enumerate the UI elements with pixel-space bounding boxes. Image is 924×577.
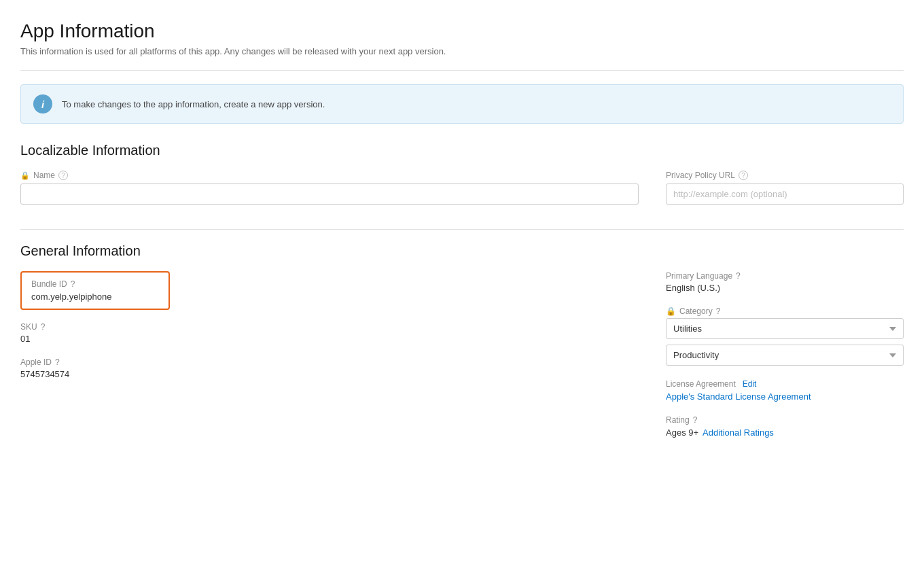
license-agreement-label: License Agreement	[666, 379, 736, 389]
category-label: 🔒 Category ?	[666, 307, 904, 316]
general-fields: Bundle ID ? com.yelp.yelpiphone SKU ? 01	[20, 271, 904, 451]
privacy-policy-input[interactable]	[666, 183, 904, 205]
bundle-id-label: Bundle ID ?	[31, 279, 159, 289]
general-left-col: Bundle ID ? com.yelp.yelpiphone SKU ? 01	[20, 271, 639, 451]
license-label-row: License Agreement Edit	[666, 379, 904, 389]
info-icon: i	[33, 94, 52, 113]
name-field-label: 🔒 Name ?	[20, 171, 639, 180]
general-section-title: General Information	[20, 243, 904, 259]
page-subtitle: This information is used for all platfor…	[20, 46, 904, 56]
general-right-col: Primary Language ? English (U.S.) 🔒 Cate…	[666, 271, 904, 451]
localizable-right-col: Privacy Policy URL ?	[666, 171, 904, 218]
sku-field-group: SKU ? 01	[20, 322, 639, 344]
rating-value-row: Ages 9+ Additional Ratings	[666, 427, 904, 438]
category-secondary-select-wrapper: Productivity	[666, 345, 904, 366]
sku-label: SKU ?	[20, 322, 639, 332]
category-lock-icon: 🔒	[666, 307, 676, 316]
category-help-icon[interactable]: ?	[716, 307, 721, 316]
sku-help-icon[interactable]: ?	[41, 322, 46, 332]
name-lock-icon: 🔒	[20, 171, 30, 180]
localizable-section-title: Localizable Information	[20, 143, 904, 158]
sku-value: 01	[20, 334, 639, 344]
category-secondary-select[interactable]: Productivity	[666, 345, 904, 366]
privacy-policy-field-group: Privacy Policy URL ?	[666, 171, 904, 205]
category-primary-select-wrapper: Utilities	[666, 318, 904, 339]
rating-field-group: Rating ? Ages 9+ Additional Ratings	[666, 415, 904, 438]
primary-language-value: English (U.S.)	[666, 283, 904, 293]
apple-id-help-icon[interactable]: ?	[55, 357, 60, 367]
apple-id-field-group: Apple ID ? 5745734574	[20, 357, 639, 379]
localizable-left-col: 🔒 Name ?	[20, 171, 639, 218]
page-title: App Information	[20, 20, 904, 42]
privacy-policy-help-icon[interactable]: ?	[739, 171, 748, 180]
rating-help-icon[interactable]: ?	[693, 415, 698, 425]
privacy-policy-label: Privacy Policy URL ?	[666, 171, 904, 180]
category-primary-select[interactable]: Utilities	[666, 318, 904, 339]
category-field-group: 🔒 Category ? Utilities Productiv	[666, 307, 904, 366]
rating-label: Rating ?	[666, 415, 904, 425]
name-input[interactable]	[20, 183, 639, 205]
general-section: General Information Bundle ID ? com.yelp…	[20, 243, 904, 451]
info-banner: i To make changes to the app information…	[20, 84, 904, 124]
name-field-group: 🔒 Name ?	[20, 171, 639, 205]
primary-language-label: Primary Language ?	[666, 271, 904, 281]
primary-language-help-icon[interactable]: ?	[736, 271, 741, 281]
additional-ratings-link[interactable]: Additional Ratings	[703, 427, 774, 438]
bundle-id-value: com.yelp.yelpiphone	[31, 292, 159, 302]
license-edit-link[interactable]: Edit	[743, 379, 757, 389]
apple-id-label: Apple ID ?	[20, 357, 639, 367]
license-agreement-link[interactable]: Apple's Standard License Agreement	[666, 391, 811, 402]
name-help-icon[interactable]: ?	[58, 171, 68, 180]
license-agreement-field-group: License Agreement Edit Apple's Standard …	[666, 379, 904, 402]
primary-language-field-group: Primary Language ? English (U.S.)	[666, 271, 904, 293]
localizable-fields: 🔒 Name ? Privacy Policy URL ?	[20, 171, 904, 218]
license-link-wrapper: Apple's Standard License Agreement	[666, 391, 904, 402]
bundle-id-wrapper: Bundle ID ? com.yelp.yelpiphone	[20, 271, 639, 310]
rating-value: Ages 9+	[666, 427, 698, 438]
bundle-id-help-icon[interactable]: ?	[71, 279, 75, 289]
bundle-id-box: Bundle ID ? com.yelp.yelpiphone	[20, 271, 170, 310]
localizable-divider	[20, 229, 904, 230]
app-information-page: App Information This information is used…	[0, 0, 924, 478]
apple-id-value: 5745734574	[20, 369, 639, 379]
info-banner-text: To make changes to the app information, …	[62, 99, 325, 109]
category-primary-wrapper: Utilities	[666, 318, 904, 339]
localizable-section: Localizable Information 🔒 Name ? Priva	[20, 143, 904, 230]
header-divider	[20, 70, 904, 71]
